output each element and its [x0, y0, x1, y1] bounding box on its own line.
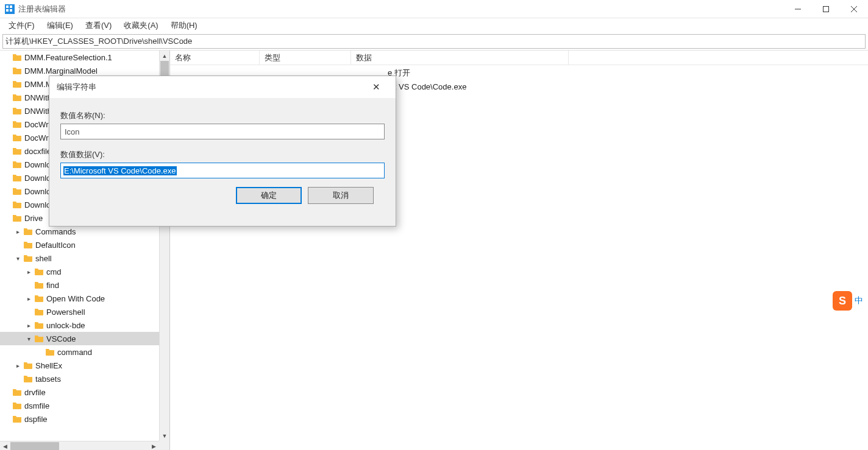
svg-rect-2 [10, 5, 12, 8]
tree-item[interactable]: ▸Commands [0, 225, 169, 238]
folder-icon [12, 187, 22, 195]
ok-button[interactable]: 确定 [236, 187, 302, 204]
tree-item-label: Downlo [24, 160, 51, 169]
address-bar[interactable]: 计算机\HKEY_CLASSES_ROOT\Drive\shell\VSCode [2, 34, 866, 49]
maximize-button[interactable] [812, 0, 840, 18]
tree-item-label: drvfile [24, 388, 46, 397]
tree-item-label: docxfile [24, 147, 51, 156]
name-input[interactable] [60, 124, 385, 139]
list-header: 名称 类型 数据 [170, 51, 868, 65]
tree-item[interactable]: drvfile [0, 385, 169, 399]
tree-item[interactable]: find [0, 278, 169, 292]
folder-icon [23, 227, 33, 236]
folder-icon [12, 160, 22, 169]
titlebar: 注册表编辑器 [0, 0, 868, 18]
tree-item[interactable]: DefaultIcon [0, 238, 169, 251]
dialog-close-button[interactable]: ✕ [364, 82, 388, 93]
app-icon [5, 4, 15, 14]
cancel-button[interactable]: 取消 [308, 187, 374, 204]
sogou-icon: S [833, 291, 852, 311]
folder-icon [34, 321, 44, 329]
close-button[interactable] [840, 0, 868, 18]
folder-icon [34, 308, 44, 316]
tree-item-label: DNWith [24, 107, 52, 116]
tree-item[interactable]: dsmfile [0, 399, 169, 412]
folder-icon [34, 267, 44, 276]
tree-item[interactable]: command [0, 345, 169, 359]
tree-item-label: shell [35, 254, 52, 263]
tree-item[interactable]: dspfile [0, 412, 169, 426]
menu-view[interactable]: 查看(V) [79, 19, 118, 32]
menu-file[interactable]: 文件(F) [2, 19, 41, 32]
data-input[interactable]: E:\Microsoft VS Code\Code.exe [60, 163, 385, 178]
tree-item[interactable]: Powershell [0, 305, 169, 318]
chevron-icon[interactable]: ▾ [13, 255, 22, 262]
tree-item[interactable]: ▸unlock-bde [0, 318, 169, 332]
tree-item[interactable]: ▸ShellEx [0, 359, 169, 372]
svg-rect-4 [10, 9, 12, 12]
tree-item-label: find [46, 281, 59, 290]
edit-string-dialog: 编辑字符串 ✕ 数值名称(N): 数值数据(V): E:\Microsoft V… [49, 76, 396, 227]
scroll-down-icon[interactable]: ▼ [160, 431, 169, 441]
ime-indicator[interactable]: S 中 [833, 291, 863, 311]
tree-item[interactable]: ▾VSCode [0, 332, 169, 345]
dialog-title: 编辑字符串 [57, 82, 364, 93]
folder-icon [12, 388, 22, 396]
folder-icon [23, 374, 33, 383]
scroll-up-icon[interactable]: ▲ [160, 51, 169, 61]
menu-help[interactable]: 帮助(H) [165, 19, 204, 32]
folder-icon [34, 334, 44, 343]
chevron-icon[interactable]: ▸ [13, 362, 22, 369]
col-type[interactable]: 类型 [260, 51, 351, 65]
scroll-left-icon[interactable]: ◀ [0, 441, 10, 450]
tree-item-label: ShellEx [35, 361, 62, 370]
tree-item-label: Downlo [24, 187, 51, 196]
tree-item[interactable]: DMM.FeatureSelection.1 [0, 51, 169, 64]
tree-item-label: dsmfile [24, 401, 49, 410]
tree-item[interactable]: ▸cmd [0, 265, 169, 278]
menu-edit[interactable]: 编辑(E) [41, 19, 79, 32]
col-data[interactable]: 数据 [351, 51, 569, 65]
folder-icon [12, 66, 22, 75]
folder-icon [34, 294, 44, 303]
ime-mode-label: 中 [855, 295, 863, 306]
dialog-titlebar: 编辑字符串 ✕ [49, 76, 396, 98]
chevron-icon[interactable]: ▸ [24, 269, 33, 275]
folder-icon [34, 281, 44, 289]
scroll-thumb-horizontal[interactable] [10, 442, 59, 450]
chevron-icon[interactable]: ▸ [24, 322, 33, 329]
tree-item-label: DMM.FeatureSelection.1 [24, 53, 112, 62]
svg-rect-1 [6, 5, 9, 8]
chevron-icon[interactable]: ▸ [24, 295, 33, 302]
folder-icon [12, 80, 22, 88]
folder-icon [23, 241, 33, 249]
tree-item[interactable]: ▸Open With Code [0, 292, 169, 305]
folder-icon [12, 147, 22, 155]
data-input-selection: E:\Microsoft VS Code\Code.exe [63, 166, 177, 175]
tree-item-label: DMM.M [24, 80, 52, 89]
folder-icon [12, 401, 22, 410]
svg-rect-3 [6, 9, 9, 12]
tree-item-label: Drive [24, 214, 43, 223]
name-label: 数值名称(N): [60, 110, 385, 121]
folder-icon [45, 348, 55, 356]
svg-rect-6 [824, 6, 829, 12]
col-name[interactable]: 名称 [170, 51, 260, 65]
tree-item-label: Downlo [24, 174, 51, 183]
folder-icon [12, 133, 22, 142]
tree-item[interactable]: tabsets [0, 372, 169, 385]
tree-item-label: DefaultIcon [35, 241, 76, 250]
minimize-button[interactable] [784, 0, 812, 18]
menu-favorites[interactable]: 收藏夹(A) [118, 19, 164, 32]
scroll-right-icon[interactable]: ▶ [149, 441, 159, 450]
chevron-icon[interactable]: ▾ [24, 336, 33, 342]
tree-item-label: DNWith [24, 93, 52, 102]
tree-scroll-horizontal[interactable]: ◀ ▶ [0, 441, 159, 450]
folder-icon [23, 361, 33, 370]
folder-icon [12, 53, 22, 62]
folder-icon [12, 107, 22, 115]
tree-item[interactable]: ▾shell [0, 251, 169, 265]
chevron-icon[interactable]: ▸ [13, 228, 22, 235]
tree-item-label: command [57, 348, 92, 357]
tree-item-label: cmd [46, 267, 62, 276]
